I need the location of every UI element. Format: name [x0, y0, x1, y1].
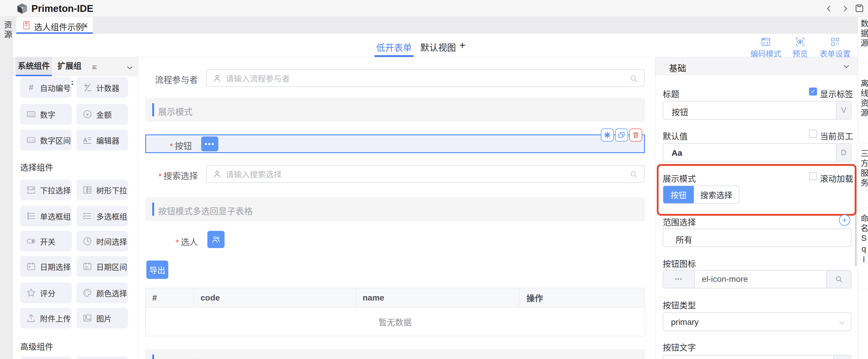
tab-default-view[interactable]: 默认视图 — [420, 40, 457, 53]
component-item-editor[interactable]: A 编辑器 — [76, 130, 128, 150]
strip-item-third-party-service[interactable]: 三方服务 — [859, 149, 868, 188]
component-item-partial[interactable] — [76, 357, 128, 359]
magnifier-icon[interactable] — [629, 170, 638, 179]
subtable-col-actions[interactable]: 操作 — [520, 288, 644, 307]
button-text-input[interactable] — [663, 355, 851, 359]
chevron-down-icon[interactable] — [842, 63, 850, 70]
participant-input[interactable]: 请输入流程参与者 — [206, 69, 645, 87]
person-picker-button[interactable] — [207, 231, 224, 248]
add-range-button[interactable] — [839, 215, 850, 226]
subtable-col-name[interactable]: name — [356, 288, 520, 307]
selected-button-component[interactable]: *按钮 ••• — [145, 134, 645, 153]
save-icon[interactable] — [855, 3, 864, 13]
export-button[interactable]: 导出 — [146, 260, 168, 279]
toolbar-form-settings-button[interactable]: 表单设置 — [816, 37, 854, 59]
show-label-checkbox[interactable]: ✓ — [809, 87, 817, 95]
participant-field-label: 流程参与者 — [138, 73, 198, 85]
display-mode-option-button[interactable]: 按钮 — [663, 186, 694, 203]
component-item-attachment-upload[interactable]: 附件上传 — [20, 308, 72, 328]
nav-back-icon[interactable] — [825, 4, 833, 13]
strip-item-offline-resource[interactable]: 离线资源 — [859, 79, 868, 118]
component-item-color-picker[interactable]: 颜色选择 — [76, 282, 128, 303]
current-employee-checkbox[interactable] — [809, 130, 817, 138]
component-item-date-range[interactable]: 日期区间 — [76, 256, 128, 277]
component-item-label: 日期选择 — [40, 261, 71, 272]
subtable: # code name 操作 暂无数据 — [145, 288, 645, 336]
component-copy-button[interactable] — [615, 129, 628, 141]
left-resource-strip[interactable]: 资源 — [0, 17, 13, 359]
add-view-tab-button[interactable]: + — [457, 39, 468, 52]
canvas-header: 低开表单 默认视图 + 编码模式 预览 表单设置 — [13, 34, 858, 57]
button-text-field-label: 按钮文字 — [663, 341, 696, 353]
scroll-load-checkbox[interactable] — [809, 172, 817, 180]
display-mode-option-search-select[interactable]: 搜索选择 — [694, 186, 739, 203]
button-icon-search-suffix[interactable] — [826, 271, 851, 288]
component-item-label: 金额 — [96, 109, 112, 120]
panel-collapse-chevron-down-icon[interactable] — [126, 64, 134, 72]
close-icon[interactable] — [82, 22, 89, 28]
title-input[interactable]: 按钮 V — [663, 101, 851, 119]
person-picker-field-label: *选人 — [138, 235, 198, 248]
svg-text:#: # — [29, 82, 33, 92]
toolbar-code-mode-button[interactable]: 编码模式 — [748, 37, 783, 59]
primeton-ide-window: Primeton-IDE 资源 选人组件示例* 低开表单 默认视图 + 编码模式… — [0, 0, 868, 359]
button-type-select[interactable]: primary — [663, 312, 851, 331]
panel-scrollbar[interactable] — [855, 168, 857, 267]
component-item-date-picker[interactable]: 日期选择 — [20, 256, 72, 277]
canvas-section-button-mode-table: 按钮模式多选回显子表格 — [145, 197, 645, 221]
image-icon — [82, 313, 92, 323]
current-employee-checkbox-label[interactable]: 当前员工 — [820, 130, 853, 142]
component-item-money[interactable]: ¥ 金额 — [76, 104, 128, 125]
component-settings-button[interactable] — [601, 129, 614, 141]
property-panel-header[interactable]: 基础 — [655, 57, 858, 75]
strip-item-data-source[interactable]: 数据源 — [859, 19, 868, 49]
component-delete-button[interactable] — [629, 129, 642, 141]
svg-text:A: A — [83, 136, 87, 143]
component-item-checkbox-group[interactable]: 多选框组 — [76, 205, 128, 226]
tab-system-components[interactable]: 系统组件 — [16, 57, 52, 76]
strip-divider — [859, 62, 868, 63]
default-value-input[interactable]: Aa D — [663, 143, 851, 162]
toolbar-preview-button[interactable]: 预览 — [783, 37, 817, 59]
component-item-partial[interactable] — [20, 357, 72, 359]
subtable-col-index[interactable]: # — [146, 288, 194, 307]
document-tab-title[interactable]: 选人组件示例* — [34, 21, 87, 33]
title-input-suffix[interactable]: V — [836, 102, 851, 119]
scroll-load-checkbox-label[interactable]: 滚动加载 — [820, 172, 853, 184]
component-item-time-picker[interactable]: 时间选择 — [76, 231, 128, 252]
button-icon-input-group[interactable]: ••• el-icon-more — [663, 270, 851, 288]
magnifier-icon[interactable] — [629, 74, 638, 83]
resource-strip-label[interactable]: 资源 — [2, 21, 12, 40]
search-select-input[interactable]: 请输入搜索选择 — [206, 165, 645, 183]
palette-icon — [82, 288, 92, 298]
nav-forward-icon[interactable] — [841, 4, 849, 13]
component-item-label: 树形下拉 — [96, 185, 127, 195]
component-item-dropdown-select[interactable]: 下拉选择 — [20, 180, 72, 200]
copy-icon — [618, 131, 625, 139]
switch-icon — [26, 236, 36, 246]
strip-item-named-sql[interactable]: 命名Sql — [859, 214, 868, 266]
button-icon-value-cell[interactable]: el-icon-more — [695, 271, 826, 288]
component-item-number-range[interactable]: 1~3 数字区间 — [20, 130, 72, 150]
tab-low-code-form[interactable]: 低开表单 — [376, 40, 412, 53]
svg-text:¥: ¥ — [86, 112, 89, 117]
component-item-image[interactable]: 图片 — [76, 308, 128, 328]
default-value-input-suffix[interactable]: D — [836, 144, 851, 161]
component-item-tree-dropdown[interactable]: 树形下拉 — [76, 180, 128, 200]
button-text-input-suffix[interactable] — [833, 355, 851, 359]
subtable-col-code[interactable]: code — [194, 288, 356, 307]
person-icon — [213, 169, 222, 178]
component-item-auto-number[interactable]: # 自动编号 — [20, 77, 72, 98]
component-item-radio-group[interactable]: 单选框组 — [20, 205, 72, 226]
component-item-rating[interactable]: 评分 — [20, 282, 72, 303]
tab-extended-components[interactable]: 扩展组件 — [54, 57, 85, 76]
component-item-counter[interactable]: 计数器 — [76, 77, 128, 98]
document-tab[interactable]: 选人组件示例* — [16, 17, 93, 34]
menu-icon[interactable] — [91, 64, 98, 70]
component-item-number[interactable]: 123 数字 — [20, 104, 72, 125]
component-item-switch[interactable]: 开关 — [20, 231, 72, 252]
show-label-checkbox-label[interactable]: 显示标签 — [820, 88, 853, 100]
range-select-field-label: 范围选择 — [663, 216, 696, 228]
range-select-input[interactable]: 所有 — [663, 228, 851, 247]
button-field-more-button[interactable]: ••• — [201, 136, 218, 151]
